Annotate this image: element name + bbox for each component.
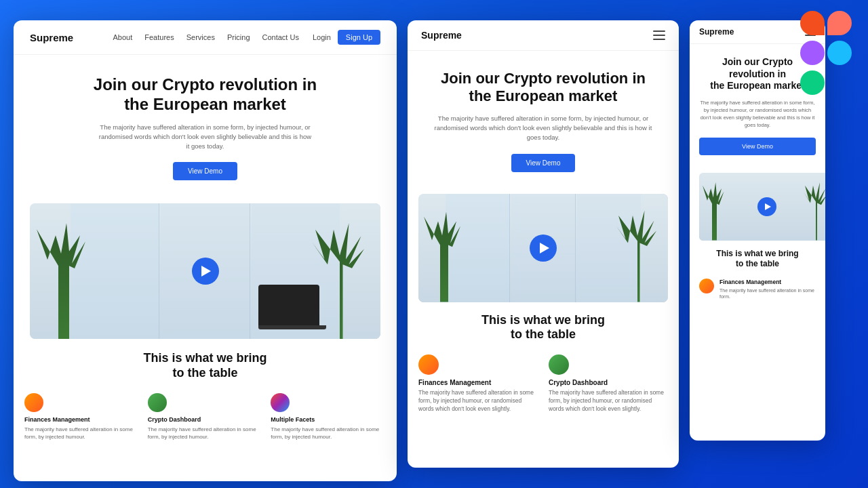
tablet-crypto-desc: The majority have suffered alteration in… xyxy=(549,389,668,413)
desktop-nav-links: About Features Services Pricing Contact … xyxy=(113,33,299,41)
mobile-finances-title: Finances Management xyxy=(719,279,816,285)
play-icon xyxy=(201,266,211,277)
desktop-view-demo-button[interactable]: View Demo xyxy=(173,162,237,180)
figma-green-shape xyxy=(800,70,825,95)
tablet-crypto-icon xyxy=(549,354,569,375)
crypto-title: Crypto Dashboard xyxy=(148,416,263,423)
crypto-desc: The majority have suffered alteration in… xyxy=(148,426,263,441)
feature-item-finances: Finances Management The majority have su… xyxy=(24,393,140,441)
nav-features[interactable]: Features xyxy=(144,33,174,41)
previews-container: Supreme About Features Services Pricing … xyxy=(0,0,868,488)
hamburger-line-3 xyxy=(653,39,665,40)
finances-title: Finances Management xyxy=(24,416,140,423)
tablet-hero-image xyxy=(418,194,668,302)
finances-desc: The majority have suffered alteration in… xyxy=(24,426,140,441)
crypto-icon xyxy=(148,393,167,412)
tablet-features-row: Finances Management The majority have su… xyxy=(408,349,679,419)
mobile-hero-subtitle: The majority have suffered alteration in… xyxy=(699,99,816,129)
multiple-title: Multiple Facets xyxy=(271,416,386,423)
tablet-finances-icon xyxy=(418,354,439,375)
desktop-hero: Join our Crypto revolution in the Europe… xyxy=(14,55,397,203)
figma-purple-shape xyxy=(800,41,825,65)
hamburger-line-2 xyxy=(653,35,665,36)
figma-orange-shape xyxy=(827,11,852,35)
tablet-feature-finances: Finances Management The majority have su… xyxy=(418,354,538,413)
mobile-view-demo-button[interactable]: View Demo xyxy=(699,138,816,155)
tablet-finances-title: Finances Management xyxy=(418,379,538,386)
desktop-preview: Supreme About Features Services Pricing … xyxy=(14,20,397,481)
feature-item-multiple: Multiple Facets The majority have suffer… xyxy=(271,393,386,441)
tablet-logo: Supreme xyxy=(421,30,462,41)
nav-about[interactable]: About xyxy=(113,33,133,41)
multiple-desc: The majority have suffered alteration in… xyxy=(271,426,386,441)
mobile-logo: Supreme xyxy=(699,27,805,37)
mobile-feature-finances: Finances Management The majority have su… xyxy=(690,274,825,305)
tablet-hero: Join our Crypto revolution in the Europe… xyxy=(408,51,679,194)
nav-contact[interactable]: Contact Us xyxy=(262,33,299,41)
desktop-hero-image xyxy=(30,203,380,339)
desktop-play-button[interactable] xyxy=(192,258,219,285)
desktop-hero-title: Join our Crypto revolution in the Europe… xyxy=(30,75,380,115)
hamburger-line-1 xyxy=(653,30,665,32)
tablet-nav: Supreme xyxy=(408,20,679,51)
mobile-finances-icon xyxy=(699,279,714,293)
figma-blue-shape xyxy=(827,41,852,65)
tablet-hamburger-menu[interactable] xyxy=(653,30,665,40)
tablet-section2-title: This is what we bring to the table xyxy=(408,302,679,349)
tablet-play-button[interactable] xyxy=(530,235,557,262)
figma-red-shape xyxy=(800,11,825,35)
tablet-view-demo-button[interactable]: View Demo xyxy=(511,154,576,172)
nav-services[interactable]: Services xyxy=(186,33,215,41)
laptop-decoration xyxy=(258,285,326,332)
tablet-preview: Supreme Join our Crypto revolution in th… xyxy=(408,20,679,468)
tablet-crypto-title: Crypto Dashboard xyxy=(549,379,668,386)
feature-item-crypto: Crypto Dashboard The majority have suffe… xyxy=(148,393,263,441)
desktop-nav-actions: Login Sign Up xyxy=(313,30,380,45)
mobile-play-icon xyxy=(765,203,771,210)
desktop-nav: Supreme About Features Services Pricing … xyxy=(14,20,397,55)
desktop-logo: Supreme xyxy=(30,32,73,43)
signup-button[interactable]: Sign Up xyxy=(338,30,380,45)
mobile-hero-image xyxy=(699,173,825,241)
desktop-section2-title: This is what we bring to the table xyxy=(14,339,397,387)
mobile-play-button[interactable] xyxy=(757,197,776,216)
desktop-hero-subtitle: The majority have suffered alteration in… xyxy=(97,123,314,152)
tablet-hero-title: Join our Crypto revolution in the Europe… xyxy=(421,70,665,106)
figma-logo xyxy=(800,11,852,95)
nav-pricing[interactable]: Pricing xyxy=(227,33,250,41)
tablet-feature-crypto: Crypto Dashboard The majority have suffe… xyxy=(549,354,668,413)
mobile-finances-desc: The majority have suffered alteration in… xyxy=(719,287,816,301)
tablet-finances-desc: The majority have suffered alteration in… xyxy=(418,389,538,413)
multiple-icon xyxy=(271,393,290,412)
mobile-section2-title: This is what we bring to the table xyxy=(690,241,825,274)
finances-icon xyxy=(24,393,43,412)
tablet-play-icon xyxy=(540,243,549,253)
tablet-hero-subtitle: The majority have suffered alteration in… xyxy=(428,114,658,143)
mobile-hero-title: Join our Crypto revolution in the Europe… xyxy=(699,56,816,92)
login-button[interactable]: Login xyxy=(313,33,331,41)
desktop-features-row: Finances Management The majority have su… xyxy=(14,388,397,446)
